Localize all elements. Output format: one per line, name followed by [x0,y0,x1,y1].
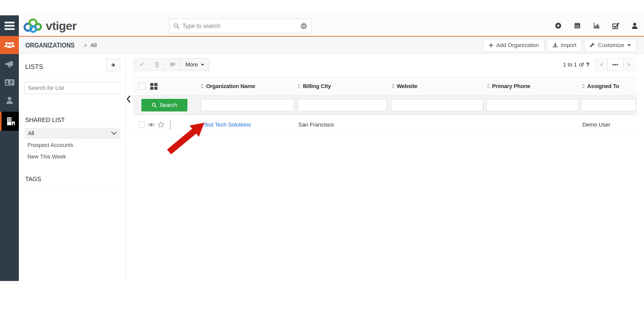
comment-button[interactable] [165,58,180,71]
breadcrumb-view[interactable]: All [91,42,97,49]
pencil-icon [139,62,144,67]
row-checkbox[interactable] [139,122,145,128]
organization-name-link[interactable]: Test Tech Solutions [203,122,251,128]
import-button[interactable]: Import [547,39,582,52]
edit-button[interactable] [133,58,149,71]
app-header [0,15,644,36]
chevron-right-icon [628,62,631,67]
next-page-button[interactable] [623,58,636,71]
sort-icon [487,84,490,89]
comment-icon [170,62,176,68]
people-group-icon [4,41,15,49]
pagination-info: 1 to 1 of ? [563,58,589,71]
search-icon [152,103,157,108]
page-actions: Add Organization Import Customize [483,39,636,52]
building-icon [6,117,15,126]
hamburger-icon [5,22,15,23]
table-row: Test Tech Solutions San Francisco Demo U… [133,115,636,135]
filter-input-organization-name[interactable] [201,99,294,111]
breadcrumb-separator: > [84,42,87,48]
vtiger-cloud-icon [22,18,44,33]
sidebar-item-campaigns[interactable] [0,55,19,73]
plus-icon [489,43,494,48]
page-jump-button[interactable]: ••• [607,58,623,71]
sort-icon [201,84,204,89]
column-header-assigned-to[interactable]: Assigned To [582,77,619,95]
reports-icon[interactable] [593,22,600,29]
column-header-organization-name[interactable]: Organization Name [201,77,255,95]
sidebar-item-organizations[interactable] [0,112,19,131]
search-scope-chevron-icon[interactable] [300,23,307,29]
list-search-input[interactable] [24,82,120,94]
brand-wordmark: vtiger [46,19,76,33]
filter-input-assigned-to[interactable] [581,99,636,111]
add-organization-button[interactable]: Add Organization [483,39,545,52]
pagination-total: ? [586,61,589,68]
assigned-to-cell: Demo User [582,115,610,134]
filter-input-website[interactable] [391,99,483,111]
sort-icon [391,84,394,89]
add-list-button[interactable]: + [106,59,120,71]
grid-view-icon[interactable] [150,83,157,90]
person-icon [5,96,14,104]
sidebar-item-people-group[interactable] [0,36,19,54]
breadcrumb-bar: ORGANIZATIONS > All Add Organization Imp… [19,36,644,54]
favorite-star-icon[interactable] [157,121,165,128]
collapse-panel-button[interactable] [126,95,131,104]
global-search-box [169,19,311,33]
shared-list-title: SHARED LIST [25,116,65,124]
sidebar-item-contact-cards[interactable] [0,73,19,91]
sidebar-item-contacts[interactable] [0,91,19,109]
more-button[interactable]: More [180,58,209,71]
vtiger-crm-window: vtiger ORGANIZATIONS > All [0,0,644,322]
preview-eye-icon[interactable] [148,122,155,128]
divider [24,187,120,188]
id-card-icon [5,78,15,86]
trash-icon [154,62,160,68]
pagination-controls: ••• [595,58,636,71]
module-sidebar [0,36,19,281]
breadcrumb-module[interactable]: ORGANIZATIONS [25,41,75,49]
row-menu-dots-icon[interactable] [170,120,171,129]
delete-button[interactable] [149,58,165,71]
header-quick-icons [554,15,638,36]
lists-panel: LISTS + SHARED LIST All Prospect Account… [19,54,126,281]
filter-input-primary-phone[interactable] [486,99,578,111]
customize-button[interactable]: Customize [584,39,636,52]
sort-icon [582,84,585,89]
vtiger-logo[interactable]: vtiger [22,18,76,33]
pagination-range: 1 to 1 [563,61,577,68]
table-filter-row: Search [133,96,636,115]
megaphone-icon [5,60,14,68]
filter-search-button[interactable]: Search [141,99,187,111]
shared-list-item[interactable]: Prospect Accounts [27,141,118,149]
shared-list-selected[interactable]: All [24,128,120,139]
tags-title: TAGS [25,176,41,183]
global-search-input[interactable] [182,23,297,29]
column-header-primary-phone[interactable]: Primary Phone [487,77,530,95]
wrench-icon [590,43,595,48]
top-strip [0,0,644,15]
profile-icon[interactable] [631,22,638,29]
tasks-icon[interactable] [612,22,619,29]
divider [24,77,120,77]
quick-create-icon[interactable] [554,22,562,29]
chevron-down-icon [111,132,117,135]
sort-icon [298,84,301,89]
select-all-checkbox[interactable] [139,83,145,90]
chevron-down-icon [627,44,631,46]
shared-list-item[interactable]: New This Week [27,153,118,161]
hamburger-menu-button[interactable] [0,15,19,36]
previous-page-button[interactable] [595,58,608,71]
column-header-billing-city[interactable]: Billing City [298,77,331,95]
lists-title: LISTS [25,63,43,70]
import-download-icon [552,43,558,48]
billing-city-cell: San Francisco [298,115,334,134]
column-header-website[interactable]: Website [391,77,417,95]
calendar-icon[interactable] [574,22,581,29]
table-header-row: Organization Name Billing City Website P… [133,77,636,96]
search-icon [173,23,179,29]
list-toolbar: More [133,58,209,71]
chevron-down-icon [201,64,204,66]
filter-input-billing-city[interactable] [298,99,387,111]
